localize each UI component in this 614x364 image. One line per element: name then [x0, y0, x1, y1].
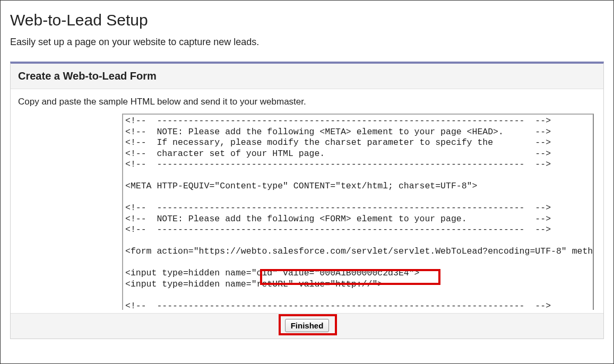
form-panel: Create a Web-to-Lead Form Copy and paste… [10, 62, 604, 339]
panel-header: Create a Web-to-Lead Form [11, 64, 603, 89]
finished-button[interactable]: Finished [285, 319, 330, 332]
page-title: Web-to-Lead Setup [10, 11, 604, 29]
html-code-box[interactable]: <!-- -----------------------------------… [122, 114, 594, 310]
page-intro: Easily set up a page on your website to … [10, 37, 604, 48]
html-code-text: <!-- -----------------------------------… [125, 116, 591, 310]
panel-footer: Finished [11, 313, 603, 339]
panel-title: Create a Web-to-Lead Form [18, 70, 596, 82]
panel-instruction: Copy and paste the sample HTML below and… [18, 97, 596, 107]
